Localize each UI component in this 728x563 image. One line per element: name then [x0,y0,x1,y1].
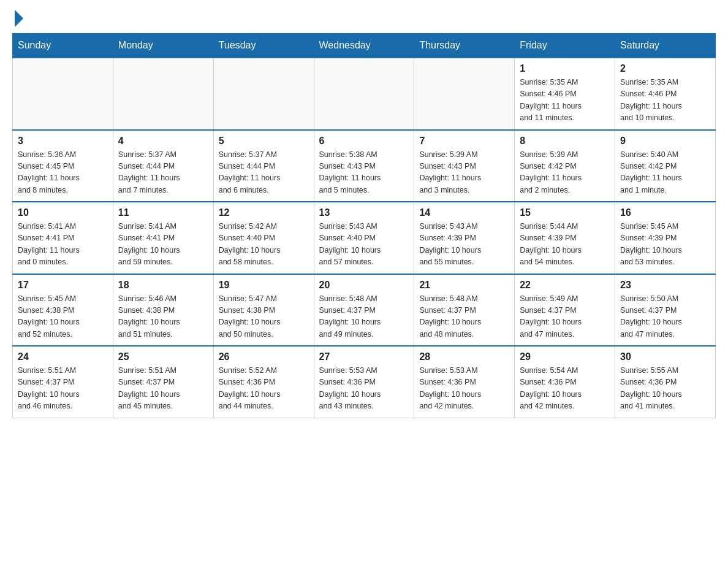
day-info: Sunrise: 5:53 AM Sunset: 4:36 PM Dayligh… [319,365,409,413]
day-info: Sunrise: 5:43 AM Sunset: 4:39 PM Dayligh… [419,221,509,269]
calendar-cell: 20Sunrise: 5:48 AM Sunset: 4:37 PM Dayli… [314,274,414,347]
calendar-week-2: 3Sunrise: 5:36 AM Sunset: 4:45 PM Daylig… [13,130,716,202]
calendar-cell: 10Sunrise: 5:41 AM Sunset: 4:41 PM Dayli… [13,202,113,274]
weekday-header-thursday: Thursday [414,34,515,58]
day-number: 14 [419,207,509,218]
day-number: 23 [620,280,710,291]
calendar-cell: 7Sunrise: 5:39 AM Sunset: 4:43 PM Daylig… [414,130,515,202]
day-number: 9 [620,136,710,147]
day-number: 11 [118,207,208,218]
day-info: Sunrise: 5:52 AM Sunset: 4:36 PM Dayligh… [219,365,309,413]
calendar-cell: 21Sunrise: 5:48 AM Sunset: 4:37 PM Dayli… [414,274,515,347]
day-number: 5 [219,136,309,147]
day-number: 7 [419,136,509,147]
calendar-cell: 25Sunrise: 5:51 AM Sunset: 4:37 PM Dayli… [113,346,213,418]
calendar-cell: 18Sunrise: 5:46 AM Sunset: 4:38 PM Dayli… [113,274,213,347]
calendar-cell [213,58,314,130]
day-number: 24 [18,351,108,362]
day-info: Sunrise: 5:37 AM Sunset: 4:44 PM Dayligh… [219,149,309,197]
day-number: 16 [620,207,710,218]
calendar-cell: 6Sunrise: 5:38 AM Sunset: 4:43 PM Daylig… [314,130,414,202]
calendar-cell [13,58,113,130]
day-number: 8 [520,136,610,147]
weekday-header-friday: Friday [515,34,615,58]
day-number: 3 [18,136,108,147]
day-info: Sunrise: 5:48 AM Sunset: 4:37 PM Dayligh… [419,293,509,341]
day-info: Sunrise: 5:44 AM Sunset: 4:39 PM Dayligh… [520,221,610,269]
day-info: Sunrise: 5:45 AM Sunset: 4:39 PM Dayligh… [620,221,710,269]
calendar-cell: 24Sunrise: 5:51 AM Sunset: 4:37 PM Dayli… [13,346,113,418]
weekday-header-sunday: Sunday [13,34,113,58]
day-number: 17 [18,280,108,291]
day-info: Sunrise: 5:54 AM Sunset: 4:36 PM Dayligh… [520,365,610,413]
day-info: Sunrise: 5:48 AM Sunset: 4:37 PM Dayligh… [319,293,409,341]
calendar-cell: 26Sunrise: 5:52 AM Sunset: 4:36 PM Dayli… [213,346,314,418]
day-number: 2 [620,63,710,74]
logo [12,12,37,27]
day-info: Sunrise: 5:51 AM Sunset: 4:37 PM Dayligh… [118,365,208,413]
calendar-cell [414,58,515,130]
day-number: 12 [219,207,309,218]
weekday-header-row: SundayMondayTuesdayWednesdayThursdayFrid… [13,34,716,58]
day-number: 4 [118,136,208,147]
weekday-header-tuesday: Tuesday [213,34,314,58]
day-info: Sunrise: 5:41 AM Sunset: 4:41 PM Dayligh… [18,221,108,269]
weekday-header-saturday: Saturday [615,34,716,58]
day-info: Sunrise: 5:42 AM Sunset: 4:40 PM Dayligh… [219,221,309,269]
calendar-cell: 3Sunrise: 5:36 AM Sunset: 4:45 PM Daylig… [13,130,113,202]
calendar-cell: 30Sunrise: 5:55 AM Sunset: 4:36 PM Dayli… [615,346,716,418]
day-info: Sunrise: 5:41 AM Sunset: 4:41 PM Dayligh… [118,221,208,269]
day-number: 20 [319,280,409,291]
day-info: Sunrise: 5:53 AM Sunset: 4:36 PM Dayligh… [419,365,509,413]
day-info: Sunrise: 5:40 AM Sunset: 4:42 PM Dayligh… [620,149,710,197]
day-info: Sunrise: 5:36 AM Sunset: 4:45 PM Dayligh… [18,149,108,197]
day-info: Sunrise: 5:38 AM Sunset: 4:43 PM Dayligh… [319,149,409,197]
calendar-cell [113,58,213,130]
calendar-cell: 28Sunrise: 5:53 AM Sunset: 4:36 PM Dayli… [414,346,515,418]
calendar-cell: 8Sunrise: 5:39 AM Sunset: 4:42 PM Daylig… [515,130,615,202]
calendar-week-3: 10Sunrise: 5:41 AM Sunset: 4:41 PM Dayli… [13,202,716,274]
calendar-week-4: 17Sunrise: 5:45 AM Sunset: 4:38 PM Dayli… [13,274,716,347]
calendar-cell: 12Sunrise: 5:42 AM Sunset: 4:40 PM Dayli… [213,202,314,274]
calendar-cell: 15Sunrise: 5:44 AM Sunset: 4:39 PM Dayli… [515,202,615,274]
day-number: 13 [319,207,409,218]
day-info: Sunrise: 5:39 AM Sunset: 4:42 PM Dayligh… [520,149,610,197]
weekday-header-monday: Monday [113,34,213,58]
day-info: Sunrise: 5:46 AM Sunset: 4:38 PM Dayligh… [118,293,208,341]
calendar-cell: 11Sunrise: 5:41 AM Sunset: 4:41 PM Dayli… [113,202,213,274]
calendar-table: SundayMondayTuesdayWednesdayThursdayFrid… [12,33,716,418]
calendar-cell: 4Sunrise: 5:37 AM Sunset: 4:44 PM Daylig… [113,130,213,202]
day-info: Sunrise: 5:51 AM Sunset: 4:37 PM Dayligh… [18,365,108,413]
calendar-cell [314,58,414,130]
day-number: 15 [520,207,610,218]
calendar-cell: 13Sunrise: 5:43 AM Sunset: 4:40 PM Dayli… [314,202,414,274]
calendar-week-5: 24Sunrise: 5:51 AM Sunset: 4:37 PM Dayli… [13,346,716,418]
calendar-cell: 19Sunrise: 5:47 AM Sunset: 4:38 PM Dayli… [213,274,314,347]
calendar-cell: 16Sunrise: 5:45 AM Sunset: 4:39 PM Dayli… [615,202,716,274]
calendar-cell: 5Sunrise: 5:37 AM Sunset: 4:44 PM Daylig… [213,130,314,202]
day-info: Sunrise: 5:35 AM Sunset: 4:46 PM Dayligh… [620,77,710,124]
day-number: 26 [219,351,309,362]
day-number: 29 [520,351,610,362]
day-number: 21 [419,280,509,291]
day-number: 30 [620,351,710,362]
day-info: Sunrise: 5:47 AM Sunset: 4:38 PM Dayligh… [219,293,309,341]
day-info: Sunrise: 5:50 AM Sunset: 4:37 PM Dayligh… [620,293,710,341]
day-number: 19 [219,280,309,291]
day-info: Sunrise: 5:37 AM Sunset: 4:44 PM Dayligh… [118,149,208,197]
calendar-cell: 22Sunrise: 5:49 AM Sunset: 4:37 PM Dayli… [515,274,615,347]
day-number: 18 [118,280,208,291]
day-number: 1 [520,63,610,74]
day-info: Sunrise: 5:45 AM Sunset: 4:38 PM Dayligh… [18,293,108,341]
day-number: 10 [18,207,108,218]
day-info: Sunrise: 5:39 AM Sunset: 4:43 PM Dayligh… [419,149,509,197]
day-number: 27 [319,351,409,362]
logo-arrow-icon [15,10,23,27]
calendar-cell: 1Sunrise: 5:35 AM Sunset: 4:46 PM Daylig… [515,58,615,130]
page-header [12,12,716,27]
day-number: 22 [520,280,610,291]
calendar-cell: 2Sunrise: 5:35 AM Sunset: 4:46 PM Daylig… [615,58,716,130]
calendar-week-1: 1Sunrise: 5:35 AM Sunset: 4:46 PM Daylig… [13,58,716,130]
calendar-cell: 29Sunrise: 5:54 AM Sunset: 4:36 PM Dayli… [515,346,615,418]
day-number: 6 [319,136,409,147]
